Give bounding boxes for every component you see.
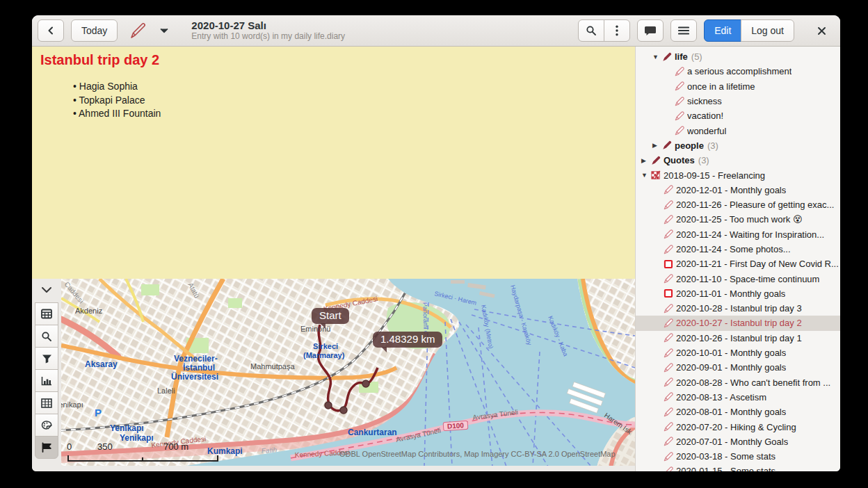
close-window-button[interactable]: [808, 19, 835, 42]
sidebar-entry[interactable]: vacation!: [636, 108, 840, 123]
entry-label: 2020-11-25 - Too much work 😵: [676, 214, 802, 225]
map-attribution: ODBL OpenStreetMap Contributors, Map Ima…: [339, 450, 616, 458]
sidebar-entry[interactable]: ▶people(3): [636, 138, 840, 153]
map-label: Eminönü: [300, 325, 330, 333]
expander-collapsed-icon[interactable]: ▶: [641, 157, 651, 164]
kebab-menu-icon: [616, 25, 618, 36]
pencil-outline-icon: [664, 363, 676, 373]
expander-expanded-icon[interactable]: ▼: [641, 172, 651, 179]
entry-label: vacation!: [687, 111, 723, 121]
pencil-outline-icon: [675, 81, 687, 91]
back-chevron-icon: [45, 25, 56, 36]
sidebar-entry[interactable]: 2020-10-28 - Istanbul trip day 3: [636, 301, 840, 316]
todo-icon: [664, 288, 676, 298]
sidebar-entry[interactable]: 2020-11-21 - First Day of New Covid R...: [636, 257, 840, 271]
sidebar-entry[interactable]: 2020-11-26 - Pleasure of getting exac...: [636, 197, 840, 212]
entry-label: 2020-11-21 - First Day of New Covid R...: [676, 259, 839, 269]
map-label: Panorami d': [421, 302, 430, 336]
sidebar-entry[interactable]: 2020-11-25 - Too much work 😵: [636, 212, 840, 227]
sidebar-entry[interactable]: 2020-11-24 - Some photos...: [636, 242, 840, 257]
pencil-outline-icon: [664, 200, 676, 210]
pencil-icon: [129, 22, 147, 40]
main-menu-button[interactable]: [670, 19, 697, 42]
entry-label: once in a lifetime: [687, 81, 755, 92]
entry-label: people: [675, 140, 704, 151]
sidebar-entry[interactable]: ▶Quotes(3): [636, 153, 840, 168]
pencil-solid-icon: [651, 156, 664, 165]
filter-button[interactable]: [35, 347, 58, 370]
map-label: Laleli: [157, 387, 175, 395]
map-label: P: [95, 407, 102, 418]
sidebar-entry[interactable]: wonderful: [636, 123, 840, 138]
entry-menu-button[interactable]: [124, 19, 151, 42]
sidebar-entry[interactable]: 2020-11-24 - Waiting for Inspiration...: [636, 227, 840, 242]
scale-tick: 350: [97, 441, 113, 452]
sidebar-entry[interactable]: a serious accomplishment: [636, 64, 840, 79]
sidebar-entry[interactable]: 2020-08-01 - Monthly goals: [636, 405, 840, 419]
paint-palette-icon: [41, 420, 52, 430]
map-label: Üniversitesi: [171, 371, 218, 382]
pencil-outline-icon: [664, 422, 676, 432]
sidebar-entry[interactable]: 2020-08-28 - Who can't benefit from ...: [636, 375, 840, 390]
entry-label: 2020-10-26 - Istanbul trip day 1: [676, 333, 802, 343]
bullet-item: Hagia Sophia: [73, 80, 627, 94]
search-panel-button[interactable]: [35, 325, 58, 348]
table-view-button[interactable]: [35, 391, 58, 414]
expander-expanded-icon[interactable]: ▼: [652, 54, 662, 60]
edit-button[interactable]: Edit: [704, 19, 741, 42]
theme-button[interactable]: [35, 414, 58, 437]
entries-sidebar: ▼life(5)a serious accomplishmentonce in …: [635, 47, 840, 471]
entry-label: 2020-12-01 - Monthly goals: [676, 185, 786, 195]
logout-button[interactable]: Log out: [741, 19, 794, 42]
sidebar-entry[interactable]: 2020-11-10 - Space-time continuum: [636, 271, 840, 286]
entry-count: (5): [691, 51, 702, 62]
calendar-view-button[interactable]: [35, 302, 58, 325]
sidebar-entry[interactable]: 2020-08-13 - Ascetism: [636, 390, 840, 405]
pencil-outline-icon: [664, 318, 676, 328]
pencil-outline-icon: [664, 274, 676, 284]
map-label: Yenikapı: [61, 400, 83, 409]
page-subtitle: Entry with 10 word(s) in my daily life.d…: [191, 32, 345, 42]
entry-label: 2020-07-20 - Hiking & Cycling: [676, 422, 796, 432]
map-label: Aksaray: [85, 359, 118, 369]
search-icon: [586, 25, 597, 36]
entry-dropdown-button[interactable]: [151, 19, 177, 42]
pencil-outline-icon: [664, 377, 676, 387]
entry-label: 2020-11-01 - Monthly goals: [676, 288, 785, 299]
sidebar-entry[interactable]: ▼2018-09-15 - Freelancing: [636, 168, 840, 182]
sidebar-entry[interactable]: 2020-10-26 - Istanbul trip day 1: [636, 331, 840, 345]
sidebar-entry[interactable]: 2020-10-01 - Monthly goals: [636, 345, 840, 360]
scale-tick: 700 m: [163, 441, 188, 452]
sidebar-entry[interactable]: 2020-01-15 - Some stats: [636, 464, 840, 471]
sidebar-entry[interactable]: 2020-07-01 - Monthly Goals: [636, 434, 840, 449]
today-button[interactable]: Today: [71, 19, 118, 42]
map-view-button[interactable]: [35, 436, 58, 459]
filter-funnel-icon: [42, 354, 52, 364]
sidebar-entry[interactable]: once in a lifetime: [636, 79, 840, 94]
search-button[interactable]: [578, 19, 604, 42]
sidebar-entry[interactable]: 2020-09-01 - Monthly goals: [636, 360, 840, 375]
sidebar-entry-selected[interactable]: 2020-10-27 - Istanbul trip day 2: [636, 316, 840, 330]
sidebar-entry[interactable]: 2020-11-01 - Monthly goals: [636, 286, 840, 301]
chevron-down-icon: [160, 28, 168, 33]
expander-collapsed-icon[interactable]: ▶: [652, 142, 662, 149]
sidebar-entry[interactable]: 2020-03-18 - Some stats: [636, 449, 840, 464]
back-button[interactable]: [38, 19, 64, 42]
map-canvas[interactable]: CaddesiAkdenizAtatüAksarayVezneciler-İst…: [61, 279, 635, 466]
map-render: CaddesiAkdenizAtatüAksarayVezneciler-İst…: [61, 279, 635, 466]
map-label: Yenikapı: [110, 423, 144, 433]
sidebar-entry[interactable]: 2020-12-01 - Monthly goals: [636, 183, 840, 197]
entry-label: 2020-10-27 - Istanbul trip day 2: [676, 318, 802, 328]
map-start-bubble: Start: [312, 308, 349, 324]
charts-button[interactable]: [35, 369, 58, 392]
more-options-button[interactable]: [604, 19, 630, 42]
collapse-panel-button[interactable]: [36, 282, 57, 298]
entry-text-view[interactable]: Istanbul trip day 2 Hagia SophiaTopkapi …: [32, 47, 635, 279]
sidebar-entry[interactable]: sickness: [636, 94, 840, 108]
entry-heading: Istanbul trip day 2: [40, 52, 627, 68]
sidebar-entry[interactable]: 2020-07-20 - Hiking & Cycling: [636, 419, 840, 434]
entry-label: a serious accomplishment: [687, 66, 791, 76]
sidebar-entry[interactable]: ▼life(5): [636, 49, 840, 64]
tags-panel-button[interactable]: [637, 19, 664, 42]
entry-pane: Istanbul trip day 2 Hagia SophiaTopkapi …: [32, 47, 635, 471]
